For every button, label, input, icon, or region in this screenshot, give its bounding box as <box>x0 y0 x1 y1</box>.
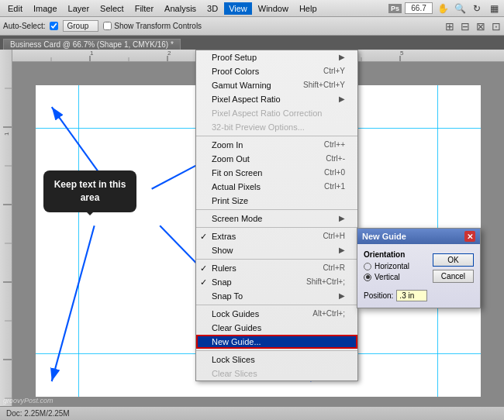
position-label: Position: <box>364 291 393 300</box>
dialog-close-button[interactable]: ✕ <box>464 231 475 242</box>
show-transform-wrap: Show Transform Controls <box>103 22 202 30</box>
svg-text:1: 1 <box>3 132 10 136</box>
menu-item-print-size[interactable]: Print Size <box>196 194 357 208</box>
menu-item-screen-mode[interactable]: Screen Mode ▶ <box>196 212 357 225</box>
dialog-buttons: OK Cancel <box>433 250 474 284</box>
menu-item-lock-guides[interactable]: Lock Guides Alt+Ctrl+; <box>196 307 357 321</box>
horizontal-label: Horizontal <box>375 262 409 270</box>
separator-2 <box>196 209 357 210</box>
menu-item-proof-setup[interactable]: Proof Setup ▶ <box>196 50 357 64</box>
horizontal-radio[interactable] <box>364 263 371 270</box>
menu-select[interactable]: Select <box>95 2 129 15</box>
tab-bar: Business Card @ 66.7% (Shape 1, CMYK/16)… <box>0 36 504 50</box>
toolbar-right: Ps 66.7 ✋ 🔍 ↻ ▦ <box>388 2 501 15</box>
status-bar: Doc: 2.25M/2.25M <box>0 406 504 420</box>
svg-text:2: 2 <box>167 50 171 57</box>
menu-item-actual-pixels[interactable]: Actual Pixels Ctrl+1 <box>196 180 357 194</box>
rotate-icon[interactable]: ↻ <box>470 2 484 15</box>
cancel-button[interactable]: Cancel <box>433 270 474 283</box>
grid-icon[interactable]: ▦ <box>487 2 501 15</box>
menu-item-fit-screen[interactable]: Fit on Screen Ctrl+0 <box>196 166 357 180</box>
doc-tab[interactable]: Business Card @ 66.7% (Shape 1, CMYK/16)… <box>3 39 181 50</box>
position-row: Position: <box>357 290 480 308</box>
align-icon-1[interactable]: ⊞ <box>445 20 454 33</box>
menu-item-32bit: 32-bit Preview Options... <box>196 120 357 134</box>
horizontal-radio-item[interactable]: Horizontal <box>364 262 426 270</box>
ok-button[interactable]: OK <box>433 253 474 267</box>
menu-item-pixel-aspect[interactable]: Pixel Aspect Ratio ▶ <box>196 92 357 106</box>
separator-3 <box>196 227 357 228</box>
menu-image[interactable]: Image <box>29 2 62 15</box>
separator-4 <box>196 259 357 260</box>
position-input[interactable] <box>396 290 427 301</box>
menu-item-snap-to[interactable]: Snap To ▶ <box>196 289 357 303</box>
menu-item-zoom-in[interactable]: Zoom In Ctrl++ <box>196 138 357 152</box>
menu-item-gamut-warning[interactable]: Gamut Warning Shift+Ctrl+Y <box>196 78 357 92</box>
dialog-body: Orientation Horizontal Vertical OK Cance… <box>357 244 480 290</box>
menu-3d[interactable]: 3D <box>202 2 223 15</box>
search-icon[interactable]: 🔍 <box>453 2 467 15</box>
autoselect-checkbox[interactable] <box>50 22 58 30</box>
menu-item-zoom-out[interactable]: Zoom Out Ctrl+- <box>196 152 357 166</box>
vertical-radio-item[interactable]: Vertical <box>364 273 426 281</box>
separator-6 <box>196 350 357 351</box>
menu-edit[interactable]: Edit <box>3 2 27 15</box>
orientation-label: Orientation <box>364 250 426 259</box>
vertical-radio[interactable] <box>364 274 371 281</box>
separator-5 <box>196 305 357 305</box>
menu-layer[interactable]: Layer <box>64 2 95 15</box>
align-icon-4[interactable]: ⊡ <box>492 20 501 33</box>
dialog-orientation: Orientation Horizontal Vertical <box>364 250 426 284</box>
menu-item-snap[interactable]: ✓ Snap Shift+Ctrl+; <box>196 275 357 289</box>
autoselect-label: Auto-Select: <box>3 22 45 30</box>
canvas-area: 1 2 3 4 5 1 <box>0 50 504 420</box>
svg-text:5: 5 <box>400 50 404 57</box>
ruler-v-svg: 1 <box>0 50 12 420</box>
separator-1 <box>196 136 357 136</box>
menu-item-clear-slices: Clear Slices <box>196 367 357 380</box>
menu-analysis[interactable]: Analysis <box>160 2 201 15</box>
menu-item-lock-slices[interactable]: Lock Slices <box>196 353 357 367</box>
menu-item-rulers[interactable]: ✓ Rulers Ctrl+R <box>196 261 357 275</box>
callout-bubble: Keep text in this area <box>43 170 136 212</box>
menu-item-extras[interactable]: ✓ Extras Ctrl+H <box>196 229 357 243</box>
show-transform-label: Show Transform Controls <box>114 22 202 30</box>
dialog-titlebar: New Guide ✕ <box>357 229 480 244</box>
watermark: groovyPost.com <box>3 397 54 405</box>
menu-help[interactable]: Help <box>295 2 322 15</box>
hand-icon[interactable]: ✋ <box>436 2 450 15</box>
menu-view[interactable]: View <box>224 2 252 15</box>
align-icon-2[interactable]: ⊟ <box>461 20 470 33</box>
menu-item-new-guide[interactable]: New Guide... <box>196 335 357 349</box>
menu-window[interactable]: Window <box>254 2 293 15</box>
dialog-title: New Guide <box>362 232 406 241</box>
svg-text:1: 1 <box>90 50 94 57</box>
vertical-label: Vertical <box>375 273 400 281</box>
options-bar: Auto-Select: Group Show Transform Contro… <box>0 17 504 36</box>
guide-v1 <box>78 85 79 397</box>
menu-item-show[interactable]: Show ▶ <box>196 243 357 257</box>
menu-bar: Edit Image Layer Select Filter Analysis … <box>0 0 504 17</box>
status-info: Doc: 2.25M/2.25M <box>6 409 70 418</box>
align-icon-3[interactable]: ⊠ <box>476 20 485 33</box>
ps-badge: Ps <box>388 4 402 13</box>
zoom-level[interactable]: 66.7 <box>405 2 433 14</box>
menu-item-clear-guides[interactable]: Clear Guides <box>196 321 357 335</box>
menu-filter[interactable]: Filter <box>130 2 158 15</box>
new-guide-dialog: New Guide ✕ Orientation Horizontal Verti… <box>357 228 481 308</box>
ruler-vertical: 1 <box>0 50 12 420</box>
group-dropdown[interactable]: Group <box>63 20 98 32</box>
view-dropdown-menu: Proof Setup ▶ Proof Colors Ctrl+Y Gamut … <box>195 50 358 381</box>
show-transform-checkbox[interactable] <box>103 22 112 30</box>
menu-item-pixel-correction: Pixel Aspect Ratio Correction <box>196 106 357 120</box>
menu-item-proof-colors[interactable]: Proof Colors Ctrl+Y <box>196 64 357 78</box>
